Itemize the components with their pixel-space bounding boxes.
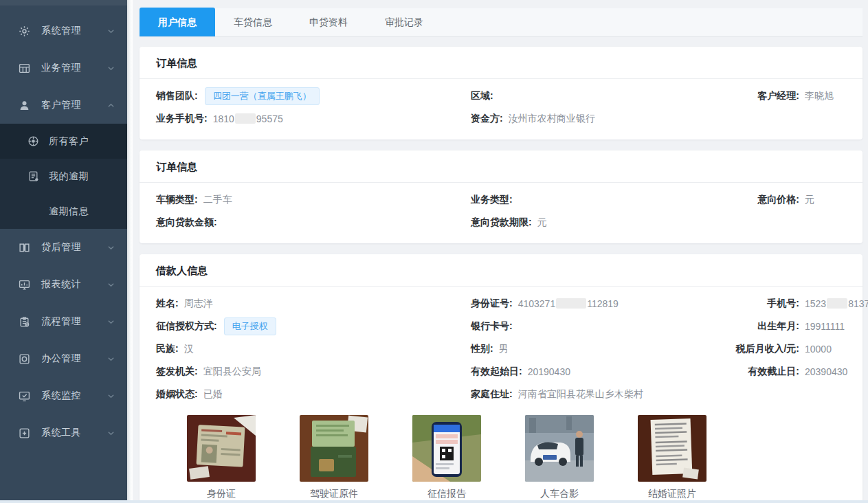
person-car-photo-thumbnail (525, 415, 594, 482)
bottom-edge-strip (0, 500, 868, 503)
redaction-blur (556, 298, 586, 309)
field-monthly-income: 税后月收入/元: 10000 (732, 343, 846, 355)
chevron-up-icon (107, 102, 115, 109)
square-target-icon (19, 353, 30, 365)
grid-table-icon (19, 63, 30, 74)
sidebar-item-label: 逾期信息 (49, 205, 115, 218)
sales-team-tag[interactable]: 四团一营（直属王鹏飞） (205, 87, 320, 105)
monitor-chart-icon (19, 279, 30, 291)
open-book-icon (19, 242, 30, 254)
sidebar-item-all-customers[interactable]: 所有客户 (0, 124, 127, 159)
chevron-down-icon (107, 318, 115, 326)
id-card-photo-thumbnail (187, 415, 256, 482)
sidebar-item-system-monitor[interactable]: 系统监控 (0, 377, 127, 414)
notebook-icon (27, 170, 39, 182)
chevron-down-icon (107, 244, 115, 252)
sidebar-top-divider (0, 0, 127, 5)
field-home-address: 家庭住址: 河南省宜阳县花果山乡木柴村 (471, 388, 732, 401)
sidebar-item-label: 客户管理 (41, 99, 107, 111)
sidebar-item-process-management[interactable]: 流程管理 (0, 303, 127, 340)
document-photos: 身份证 驾驶证原件 (156, 405, 846, 500)
gear-icon (19, 25, 30, 37)
order-info-card-2: 订单信息 车辆类型: 二手车 业务类型: 意向价格: 元 意向贷款金额: (140, 150, 863, 243)
field-business-phone: 业务手机号: 181095575 (156, 113, 471, 125)
sidebar-item-label: 系统监控 (41, 390, 107, 402)
field-fund-provider: 资金方: 汝州市农村商业银行 (471, 113, 732, 125)
chevron-down-icon (107, 355, 115, 363)
photo-drivers-license[interactable]: 驾驶证原件 (300, 415, 368, 500)
sidebar-item-overdue-info[interactable]: 逾期信息 (0, 194, 127, 229)
field-valid-until: 有效截止日: 20390430 (732, 366, 847, 378)
photo-person-with-car[interactable]: 人车合影 (525, 415, 594, 500)
field-bank-card: 银行卡号: (471, 320, 732, 333)
sidebar-item-label: 我的逾期 (49, 170, 115, 183)
field-business-type: 业务类型: (471, 194, 732, 206)
clipboard-icon (19, 316, 30, 328)
card-title: 借款人信息 (140, 254, 863, 287)
paper-document-photo-thumbnail (638, 415, 706, 482)
field-sales-team: 销售团队: 四团一营（直属王鹏飞） (156, 87, 471, 105)
tab-car-loan-info[interactable]: 车贷信息 (215, 8, 291, 36)
order-info-card-1: 订单信息 销售团队: 四团一营（直属王鹏飞） 区域: 客户经理: 李晓旭 业务手 (140, 47, 863, 139)
sidebar-item-label: 系统工具 (41, 427, 107, 439)
photo-id-card[interactable]: 身份证 (187, 415, 256, 500)
photo-caption: 结婚证照片 (638, 488, 706, 500)
sidebar-item-report-statistics[interactable]: 报表统计 (0, 266, 127, 303)
field-marital-status: 婚姻状态: 已婚 (156, 388, 471, 401)
user-icon (19, 100, 30, 111)
sidebar-item-label: 所有客户 (49, 135, 115, 148)
card-title: 订单信息 (140, 150, 863, 183)
detail-tabbar: 用户信息 车贷信息 申贷资料 审批记录 (140, 8, 863, 37)
photo-caption: 身份证 (187, 488, 256, 500)
photo-caption: 驾驶证原件 (300, 488, 368, 500)
field-mobile: 手机号: 15238137 (732, 298, 868, 310)
chevron-down-icon (107, 392, 115, 400)
field-name: 姓名: 周志洋 (156, 298, 471, 310)
credit-report-photo-thumbnail (412, 415, 481, 482)
sidebar-scrollbar-gutter[interactable] (127, 0, 133, 503)
sidebar-item-label: 报表统计 (41, 278, 107, 291)
sidebar-item-label: 业务管理 (41, 62, 107, 74)
field-valid-from: 有效起始日: 20190430 (471, 366, 732, 378)
sidebar-item-label: 办公管理 (41, 353, 107, 365)
e-auth-tag[interactable]: 电子授权 (224, 317, 276, 335)
sidebar-item-label: 流程管理 (41, 315, 107, 328)
redaction-blur (235, 113, 256, 124)
borrower-info-card: 借款人信息 姓名: 周志洋 身份证号: 4103271112819 手机号: 1… (140, 254, 863, 503)
monitor-check-icon (19, 390, 30, 402)
customer-management-submenu: 所有客户 我的逾期 逾期信息 (0, 124, 127, 229)
wheel-icon (27, 135, 39, 147)
photo-caption: 人车合影 (525, 488, 594, 500)
sidebar-item-customer-management[interactable]: 客户管理 (0, 87, 127, 124)
field-birth-date: 出生年月: 19911111 (732, 320, 846, 333)
field-credit-auth-method: 征信授权方式: 电子授权 (156, 317, 471, 335)
sidebar-item-office-management[interactable]: 办公管理 (0, 340, 127, 377)
photo-caption: 征信报告 (412, 488, 481, 500)
field-intended-price: 意向价格: 元 (732, 194, 846, 206)
sidebar-item-system-tools[interactable]: 系统工具 (0, 414, 127, 451)
photo-credit-report[interactable]: 征信报告 (412, 415, 481, 500)
sidebar-item-business-management[interactable]: 业务管理 (0, 49, 127, 87)
tab-user-info[interactable]: 用户信息 (140, 8, 215, 36)
field-region: 区域: (471, 90, 732, 102)
tab-loan-application-docs[interactable]: 申贷资料 (291, 8, 366, 36)
drivers-license-photo-thumbnail (300, 415, 368, 482)
field-vehicle-type: 车辆类型: 二手车 (156, 194, 471, 206)
sidebar-item-post-loan-management[interactable]: 贷后管理 (0, 229, 127, 266)
chevron-down-icon (107, 65, 115, 72)
card-title: 订单信息 (140, 47, 863, 79)
field-intended-loan-amount: 意向贷款金额: (156, 216, 471, 229)
chevron-down-icon (107, 429, 115, 437)
field-issuing-authority: 签发机关: 宜阳县公安局 (156, 366, 471, 378)
sidebar-item-my-overdue[interactable]: 我的逾期 (0, 159, 127, 194)
box-plus-icon (19, 427, 30, 439)
field-intended-loan-term: 意向贷款期限: 元 (471, 216, 732, 229)
tab-approval-records[interactable]: 审批记录 (366, 8, 442, 36)
chevron-down-icon (107, 27, 115, 35)
redaction-blur (827, 298, 847, 309)
sidebar-item-label: 系统管理 (41, 25, 107, 37)
sidebar-item-label: 贷后管理 (41, 241, 107, 254)
photo-marriage-certificate[interactable]: 结婚证照片 (638, 415, 706, 500)
field-account-manager: 客户经理: 李晓旭 (732, 90, 846, 102)
sidebar-item-system-management[interactable]: 系统管理 (0, 12, 127, 49)
